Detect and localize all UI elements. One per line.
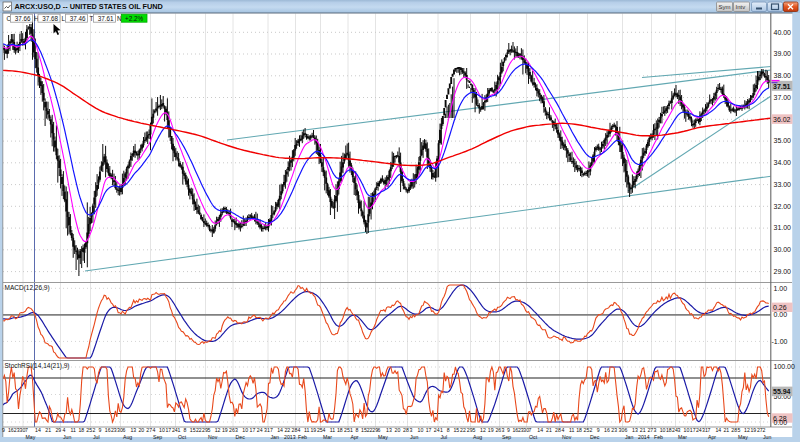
svg-text:4: 4	[562, 427, 565, 433]
svg-text:Aug: Aug	[473, 434, 482, 440]
svg-text:20: 20	[395, 427, 401, 433]
svg-text:37.46: 37.46	[70, 15, 86, 22]
svg-text:May: May	[26, 434, 36, 440]
svg-text:18: 18	[576, 427, 582, 433]
svg-text:16: 16	[604, 427, 610, 433]
svg-text:20: 20	[138, 427, 144, 433]
svg-text:39.00: 39.00	[774, 50, 792, 57]
svg-text:16: 16	[105, 427, 111, 433]
svg-text:24: 24	[434, 427, 440, 433]
svg-text:17: 17	[250, 427, 256, 433]
svg-text:28: 28	[555, 427, 561, 433]
svg-text:10: 10	[159, 427, 165, 433]
svg-text:11: 11	[304, 427, 309, 433]
svg-text:21: 21	[45, 427, 51, 433]
svg-text:8: 8	[184, 427, 187, 433]
svg-text:8: 8	[356, 427, 359, 433]
svg-text:3: 3	[654, 427, 657, 433]
svg-text:Jun: Jun	[763, 434, 771, 440]
svg-text:10: 10	[684, 427, 690, 433]
svg-text:0.00: 0.00	[774, 419, 788, 426]
svg-text:18: 18	[666, 427, 672, 433]
svg-text:Feb: Feb	[298, 434, 307, 440]
svg-text:StochRSI(14,14(21),9): StochRSI(14,14(21),9)	[5, 362, 70, 370]
svg-text:Apr: Apr	[708, 434, 716, 440]
svg-text:7: 7	[25, 427, 28, 433]
svg-text:37.68: 37.68	[42, 15, 58, 22]
svg-text:35.00: 35.00	[774, 137, 792, 144]
svg-text:11: 11	[330, 427, 335, 433]
svg-text:10: 10	[242, 427, 248, 433]
svg-text:37.51: 37.51	[773, 83, 791, 90]
svg-text:1: 1	[440, 427, 443, 433]
svg-text:6: 6	[625, 427, 628, 433]
svg-text:21: 21	[640, 427, 646, 433]
svg-text:7: 7	[270, 427, 273, 433]
svg-text:4: 4	[153, 427, 156, 433]
svg-text:33.00: 33.00	[774, 181, 792, 188]
svg-text:9: 9	[597, 427, 600, 433]
svg-text:2: 2	[763, 427, 766, 433]
svg-text:7: 7	[708, 427, 711, 433]
svg-text:0.00: 0.00	[774, 311, 788, 318]
svg-text:6: 6	[378, 427, 381, 433]
svg-text:0.26: 0.26	[773, 304, 787, 311]
svg-text:34.00: 34.00	[774, 159, 792, 166]
svg-text:Nov: Nov	[562, 434, 572, 440]
svg-text:30.00: 30.00	[774, 246, 792, 253]
svg-text:ARCX:USO,D -- UNITED STATES OI: ARCX:USO,D -- UNITED STATES OIL FUND	[15, 2, 163, 11]
svg-text:15: 15	[453, 427, 459, 433]
svg-text:18: 18	[78, 427, 84, 433]
svg-text:22: 22	[460, 427, 466, 433]
svg-text:Dec: Dec	[590, 434, 600, 440]
svg-text:14: 14	[715, 427, 721, 433]
svg-text:Apr: Apr	[351, 434, 359, 440]
svg-text:13: 13	[130, 427, 136, 433]
svg-text:Aug: Aug	[123, 434, 132, 440]
svg-text:Jun: Jun	[63, 434, 71, 440]
svg-text:55.94: 55.94	[773, 388, 791, 395]
svg-text:13: 13	[386, 427, 392, 433]
svg-text:Jul: Jul	[441, 434, 448, 440]
svg-text:31.00: 31.00	[774, 224, 792, 231]
svg-text:22: 22	[196, 427, 202, 433]
svg-text:2: 2	[93, 427, 96, 433]
svg-text:Mar: Mar	[323, 434, 332, 440]
svg-text:40.00: 40.00	[774, 29, 792, 36]
svg-text:1.00: 1.00	[774, 285, 788, 292]
svg-text:Feb: Feb	[654, 434, 663, 440]
svg-text:Nov: Nov	[208, 434, 218, 440]
svg-text:19: 19	[750, 427, 756, 433]
svg-text:2013: 2013	[284, 434, 296, 440]
svg-text:28: 28	[403, 427, 409, 433]
svg-text:23: 23	[611, 427, 617, 433]
svg-text:3: 3	[410, 427, 413, 433]
svg-text:9: 9	[99, 427, 102, 433]
svg-text:-1.00: -1.00	[772, 338, 788, 345]
svg-text:9: 9	[2, 427, 5, 433]
svg-text:13: 13	[632, 427, 638, 433]
svg-text:37.66: 37.66	[15, 15, 31, 22]
svg-text:T: T	[90, 15, 94, 22]
svg-text:4: 4	[323, 427, 326, 433]
svg-text:24: 24	[257, 427, 263, 433]
svg-text:17: 17	[426, 427, 432, 433]
svg-text:3: 3	[678, 427, 681, 433]
svg-text:6: 6	[123, 427, 126, 433]
svg-text:29.00: 29.00	[774, 268, 792, 275]
svg-text:24: 24	[696, 427, 702, 433]
svg-text:+2.2%: +2.2%	[125, 15, 143, 22]
svg-text:Oct: Oct	[529, 434, 538, 440]
svg-text:10: 10	[418, 427, 424, 433]
svg-text:38.00: 38.00	[774, 72, 792, 79]
svg-text:12: 12	[480, 427, 486, 433]
svg-text:Jun: Jun	[410, 434, 418, 440]
svg-text:4: 4	[63, 427, 66, 433]
svg-text:26: 26	[495, 427, 501, 433]
svg-text:27: 27	[647, 427, 653, 433]
svg-text:May: May	[378, 434, 388, 440]
svg-text:25: 25	[86, 427, 92, 433]
svg-text:Sym: Sym	[719, 4, 731, 10]
svg-text:37.61: 37.61	[98, 15, 114, 22]
svg-text:23: 23	[111, 427, 117, 433]
